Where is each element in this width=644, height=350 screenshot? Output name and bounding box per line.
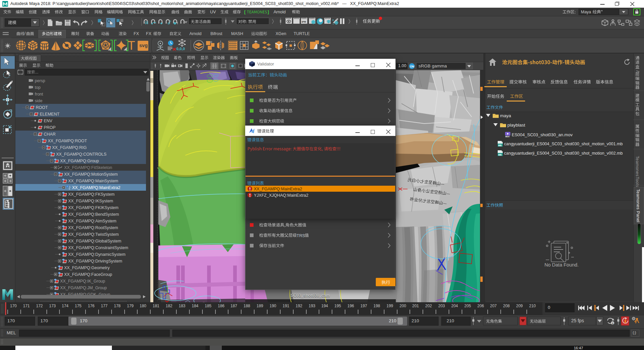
svg-text:y: y — [166, 284, 168, 287]
svg-text:MB: MB — [498, 154, 502, 156]
svg-text:1: 1 — [612, 322, 614, 325]
svg-text:IPR: IPR — [302, 20, 306, 23]
svg-text:MOV: MOV — [505, 136, 510, 137]
svg-text:ON: ON — [410, 65, 414, 68]
svg-text:MB: MB — [498, 144, 502, 147]
